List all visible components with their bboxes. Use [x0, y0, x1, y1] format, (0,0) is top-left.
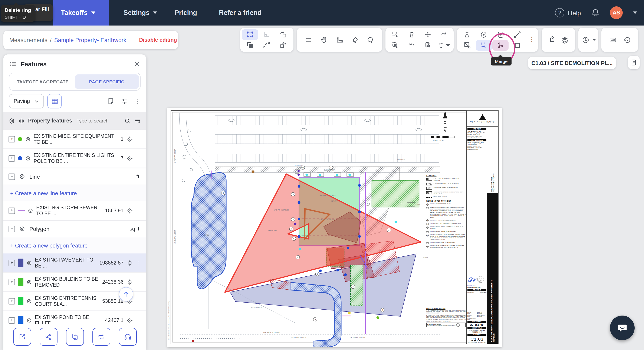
duplicate-button[interactable] [66, 328, 84, 346]
create-line-feature[interactable]: + Create a new line feature [4, 185, 146, 201]
collapse-icon[interactable] [8, 226, 15, 232]
target-icon[interactable] [25, 156, 31, 161]
tag-icon[interactable] [546, 34, 558, 45]
section-polygon[interactable]: Polygon sq ft [4, 220, 146, 237]
search-input[interactable] [76, 118, 121, 124]
keyboard-shortcuts-icon[interactable] [606, 34, 620, 45]
nav-takeoffs[interactable]: Takeoffs [53, 0, 108, 25]
copy-to-page-tool[interactable] [420, 40, 436, 50]
locate-crosshair-icon[interactable] [126, 207, 133, 214]
move-tool[interactable] [420, 29, 436, 40]
target-icon[interactable] [28, 208, 33, 213]
duplicate-shape-tool[interactable] [242, 40, 258, 50]
rotate-options-button[interactable] [436, 40, 452, 50]
tab-takeoff-aggregate[interactable]: TAKEOFF AGGREGATE [11, 74, 75, 89]
redo-button[interactable] [436, 29, 452, 40]
target-icon[interactable] [26, 260, 32, 266]
avatar[interactable]: AS [610, 6, 623, 19]
delete-tool[interactable] [403, 29, 420, 40]
fill-shape-tool[interactable] [509, 40, 526, 50]
settings-sliders-icon[interactable] [121, 98, 128, 105]
account-chevron-icon[interactable] [633, 11, 637, 14]
marquee-select-tool[interactable] [387, 29, 403, 40]
category-select[interactable]: Paving [9, 94, 44, 108]
expand-icon[interactable] [8, 298, 15, 304]
pan-hand-tool[interactable] [316, 34, 332, 45]
cut-path-tool[interactable] [509, 29, 526, 40]
feature-color-swatch[interactable] [18, 316, 24, 325]
paste-in-place-tool[interactable] [387, 40, 403, 50]
rectangle-select-tool[interactable] [476, 40, 492, 50]
feature-color-swatch[interactable] [18, 259, 24, 267]
tab-page-specific[interactable]: PAGE SPECIFIC [75, 74, 139, 89]
breadcrumb-root[interactable]: Measurements [9, 37, 48, 43]
expand-icon[interactable] [8, 279, 15, 285]
page-selector[interactable]: C1.03 / SITE DEMOLITION PL... [528, 57, 616, 69]
drawing-sheet[interactable]: 44655952146645 CONCRETE CONCRETE GRASS G… [168, 108, 502, 347]
feature-color-swatch[interactable] [18, 210, 25, 211]
bezier-curve-tool[interactable] [258, 40, 275, 50]
corner-tool[interactable] [258, 29, 275, 40]
feature-row[interactable]: EXISTING STORM SEWER TO BE ... 1563.91 [4, 201, 146, 220]
history-icon[interactable] [620, 34, 634, 45]
expand-icon[interactable] [8, 155, 15, 161]
undo-button[interactable] [403, 40, 420, 50]
row-menu-button[interactable] [136, 207, 142, 214]
locate-crosshair-icon[interactable] [126, 136, 133, 142]
table-view-button[interactable] [47, 94, 62, 108]
expand-icon[interactable] [8, 207, 15, 214]
nav-settings[interactable]: Settings [116, 0, 165, 25]
more-tools-button[interactable] [529, 36, 534, 42]
page-list-button[interactable] [628, 56, 640, 69]
note-icon[interactable] [107, 98, 114, 105]
target-icon[interactable] [26, 298, 32, 304]
target-icon[interactable] [26, 318, 32, 323]
row-menu-button[interactable] [136, 155, 142, 161]
row-menu-button[interactable] [136, 298, 142, 304]
repeat-button[interactable] [92, 328, 110, 346]
scale-ruler-tool[interactable] [332, 34, 347, 45]
section-line[interactable]: Line ft [4, 168, 146, 185]
bell-icon[interactable] [591, 8, 600, 17]
close-icon[interactable] [134, 61, 140, 67]
transform-select-tool[interactable] [242, 29, 258, 40]
locate-crosshair-icon[interactable] [126, 155, 133, 161]
feature-color-swatch[interactable] [18, 278, 24, 286]
rotate-left-tool[interactable] [275, 29, 291, 40]
chevron-down-icon[interactable] [592, 39, 596, 41]
rotate-right-tool[interactable] [275, 40, 291, 50]
nav-pricing[interactable]: Pricing [167, 0, 205, 25]
feature-color-swatch[interactable] [18, 297, 24, 305]
feature-color-swatch[interactable] [18, 156, 22, 160]
share-button[interactable] [40, 328, 57, 346]
locate-crosshair-icon[interactable] [126, 260, 133, 266]
add-vertex-polygon-tool[interactable] [459, 29, 475, 40]
expand-icon[interactable] [8, 260, 15, 266]
highlighter-tool[interactable] [347, 34, 362, 45]
layers-icon[interactable] [558, 34, 571, 45]
row-menu-button[interactable] [136, 279, 142, 285]
scroll-to-top-button[interactable] [119, 287, 133, 302]
disable-editing-button[interactable]: Disable editing [139, 37, 177, 43]
row-menu-button[interactable] [136, 260, 142, 266]
help-button[interactable]: Help [555, 8, 581, 17]
target-icon[interactable] [26, 279, 32, 285]
search-icon[interactable] [124, 118, 131, 124]
split-shape-tool[interactable] [459, 40, 475, 50]
chat-button[interactable] [610, 316, 635, 340]
feature-color-swatch[interactable] [18, 137, 22, 141]
comment-tool[interactable] [362, 34, 378, 45]
target-icon[interactable] [18, 118, 25, 124]
locate-crosshair-icon[interactable] [126, 279, 133, 285]
feature-row[interactable]: EXISTING MISC. SITE EQUIPMENT TO BE ... … [4, 130, 146, 149]
row-menu-button[interactable] [136, 136, 142, 142]
support-button[interactable] [118, 328, 136, 346]
merge-tool[interactable] [492, 40, 508, 50]
feature-row-selected[interactable]: EXISTING PAVEMENT TO BE ... 198882.87 [4, 253, 146, 273]
add-vertex-ellipse-tool[interactable] [476, 29, 492, 40]
expand-icon[interactable] [8, 317, 15, 324]
locate-crosshair-icon[interactable] [126, 317, 133, 324]
add-feature-icon[interactable] [134, 117, 141, 124]
panel-more-button[interactable] [135, 98, 140, 104]
nav-refer-a-friend[interactable]: Refer a friend [211, 0, 269, 25]
